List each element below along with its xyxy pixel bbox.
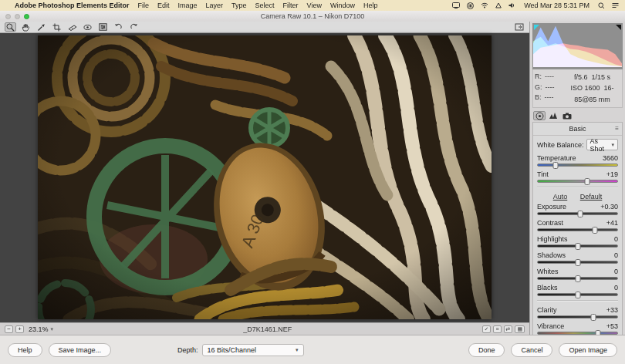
rotate-left-tool[interactable] bbox=[113, 22, 124, 32]
cancel-button[interactable]: Cancel bbox=[511, 343, 552, 357]
slider-thumb[interactable] bbox=[575, 243, 580, 250]
before-after-button[interactable]: ≡ bbox=[493, 325, 501, 333]
white-balance-select[interactable]: As Shot ▾ bbox=[586, 139, 618, 150]
slider-value[interactable]: +53 bbox=[606, 322, 618, 330]
slider-value[interactable]: +33 bbox=[606, 306, 618, 314]
menu-item-window[interactable]: Window bbox=[330, 2, 355, 9]
photo-canvas[interactable]: A 30 bbox=[38, 35, 492, 319]
title-bar[interactable]: Camera Raw 10.1 – Nikon D7100 bbox=[0, 11, 625, 22]
zoom-tool[interactable] bbox=[5, 22, 16, 32]
slider-value[interactable]: 0 bbox=[614, 284, 618, 292]
menu-item-layer[interactable]: Layer bbox=[206, 2, 224, 9]
zoom-in-button[interactable]: + bbox=[15, 325, 24, 333]
alert-icon[interactable] bbox=[495, 2, 502, 8]
app-menu-title[interactable]: Adobe Photoshop Elements Editor bbox=[15, 2, 130, 9]
done-button[interactable]: Done bbox=[468, 343, 505, 357]
slider-track[interactable] bbox=[537, 212, 618, 215]
slider-thumb[interactable] bbox=[552, 162, 558, 169]
display-icon[interactable] bbox=[452, 2, 460, 8]
preview-checkbox[interactable]: ✓ bbox=[482, 325, 492, 333]
crop-tool[interactable] bbox=[51, 22, 62, 32]
slider-value[interactable]: +41 bbox=[606, 219, 618, 227]
slider-value[interactable]: +19 bbox=[606, 170, 618, 178]
slider-thumb[interactable] bbox=[577, 211, 583, 217]
zoom-out-button[interactable]: − bbox=[5, 325, 13, 333]
slider-thumb[interactable] bbox=[575, 259, 580, 266]
view-layout-icon[interactable]: ▦ bbox=[515, 325, 525, 333]
slider-thumb[interactable] bbox=[593, 227, 598, 234]
menu-item-view[interactable]: View bbox=[307, 2, 322, 9]
chevron-down-icon: ▾ bbox=[611, 142, 614, 148]
highlight-clipping-icon[interactable] bbox=[616, 25, 621, 30]
slider-track[interactable] bbox=[537, 277, 618, 280]
toggle-panel-icon[interactable] bbox=[513, 22, 525, 32]
rotate-right-tool[interactable] bbox=[128, 22, 140, 32]
view-swap-button[interactable]: ⇄ bbox=[504, 325, 513, 333]
help-button[interactable]: Help bbox=[8, 343, 42, 357]
slider-value[interactable]: 0 bbox=[614, 268, 618, 275]
save-image-button[interactable]: Save Image... bbox=[49, 343, 112, 357]
slider-value[interactable]: 0 bbox=[614, 235, 618, 243]
slider-thumb[interactable] bbox=[584, 178, 590, 185]
wifi-icon[interactable] bbox=[481, 2, 488, 8]
default-link[interactable]: Default bbox=[580, 193, 603, 201]
menu-item-edit[interactable]: Edit bbox=[157, 2, 170, 9]
menu-clock[interactable]: Wed Mar 28 5:31 PM bbox=[524, 2, 590, 9]
aperture-value: f/5.6 bbox=[574, 73, 588, 81]
panel-title: Basic bbox=[569, 125, 586, 133]
volume-icon[interactable] bbox=[508, 2, 515, 8]
open-image-button[interactable]: Open Image bbox=[559, 343, 617, 357]
zoom-level-value[interactable]: 23.1% bbox=[29, 325, 49, 333]
depth-select[interactable]: 16 Bits/Channel ▾ bbox=[202, 344, 304, 356]
slider-value[interactable]: 3660 bbox=[603, 154, 618, 162]
spotlight-icon[interactable] bbox=[598, 2, 605, 9]
auto-link[interactable]: Auto bbox=[553, 193, 568, 201]
shadow-clipping-icon[interactable] bbox=[534, 25, 539, 30]
close-window-button[interactable] bbox=[5, 14, 11, 19]
straighten-tool[interactable] bbox=[66, 22, 78, 32]
depth-label: Depth: bbox=[177, 346, 198, 354]
slider-value[interactable]: +0.30 bbox=[600, 203, 618, 211]
camera-calibration-tab[interactable] bbox=[561, 111, 573, 120]
slider-vibrance: Vibrance+53 bbox=[537, 322, 618, 335]
footer-bar: Help Save Image... Depth: 16 Bits/Channe… bbox=[0, 335, 625, 364]
zoom-level-caret-icon[interactable]: ▾ bbox=[51, 326, 54, 332]
menu-item-file[interactable]: File bbox=[138, 2, 150, 9]
slider-track[interactable] bbox=[537, 228, 618, 231]
detail-tab[interactable] bbox=[547, 111, 559, 120]
slider-track[interactable] bbox=[537, 244, 618, 248]
preview-area[interactable]: A 30 bbox=[0, 34, 529, 322]
menu-item-help[interactable]: Help bbox=[363, 2, 378, 9]
zoom-window-button[interactable] bbox=[24, 14, 29, 19]
red-eye-tool[interactable] bbox=[82, 22, 93, 32]
menu-list-icon[interactable] bbox=[612, 2, 619, 8]
slider-label: Highlights bbox=[537, 235, 568, 243]
basic-tab[interactable] bbox=[533, 111, 546, 120]
slider-thumb[interactable] bbox=[575, 292, 580, 298]
slider-clarity: Clarity+33 bbox=[537, 306, 618, 318]
slider-value[interactable]: 0 bbox=[614, 251, 618, 259]
menu-item-select[interactable]: Select bbox=[255, 2, 275, 9]
panel-menu-icon[interactable]: ≡ bbox=[615, 125, 619, 132]
exif-info: R:---- G:---- B:---- f/5.6 1/15 s ISO 16… bbox=[532, 69, 623, 108]
filename-label: _D7K1461.NEF bbox=[56, 325, 479, 333]
slider-thumb[interactable] bbox=[575, 275, 580, 282]
menu-item-image[interactable]: Image bbox=[178, 2, 198, 9]
slider-track[interactable] bbox=[537, 163, 618, 167]
slider-track[interactable] bbox=[537, 315, 618, 318]
hand-tool[interactable] bbox=[20, 22, 32, 32]
slider-thumb[interactable] bbox=[591, 314, 596, 321]
slider-label: Exposure bbox=[537, 203, 566, 211]
slider-label: Clarity bbox=[537, 306, 557, 314]
slider-track[interactable] bbox=[537, 180, 618, 183]
menu-item-filter[interactable]: Filter bbox=[283, 2, 299, 9]
minimize-window-button[interactable] bbox=[15, 14, 20, 19]
white-balance-tool[interactable] bbox=[35, 22, 47, 32]
preferences-tool[interactable] bbox=[97, 22, 109, 32]
slider-track[interactable] bbox=[537, 261, 618, 264]
parallels-icon[interactable] bbox=[467, 2, 474, 9]
slider-label: Blacks bbox=[537, 284, 558, 292]
slider-track[interactable] bbox=[537, 293, 618, 296]
menu-item-type[interactable]: Type bbox=[231, 2, 247, 9]
histogram bbox=[532, 23, 623, 69]
